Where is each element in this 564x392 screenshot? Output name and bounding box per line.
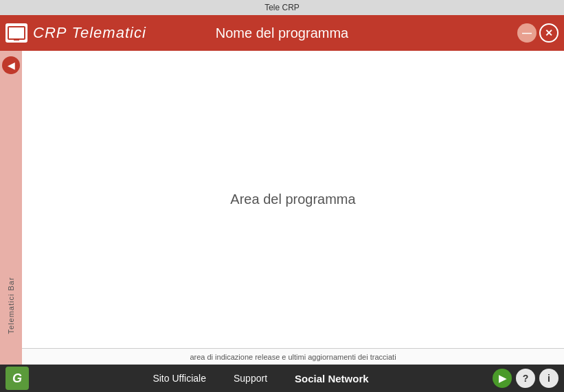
app-brand: CRP Telematici (33, 24, 146, 42)
brand-telematici: Telematici (72, 24, 146, 41)
footer: G Sito Ufficiale Support Social Network … (0, 365, 564, 392)
header: CRP Telematici Nome del programma — ✕ (0, 15, 564, 51)
app-window: CRP Telematici Nome del programma — ✕ ◀ … (0, 15, 564, 392)
info-button[interactable]: i (539, 369, 559, 388)
body-area: ◀ Telematici Bar Area del programma area… (0, 51, 564, 365)
minimize-button[interactable]: — (517, 23, 537, 43)
play-button[interactable]: ▶ (493, 369, 512, 388)
help-icon: ? (523, 373, 529, 384)
minimize-icon: — (522, 27, 532, 38)
status-bar: area di indicazione release e ultimi agg… (22, 348, 564, 365)
sidebar-label: Telematici Bar (7, 277, 15, 334)
header-controls: — ✕ (517, 23, 559, 43)
close-icon: ✕ (545, 27, 553, 38)
header-title: Nome del programma (216, 25, 348, 41)
footer-link-social[interactable]: Social Network (295, 373, 369, 384)
sidebar: ◀ Telematici Bar (0, 51, 22, 365)
footer-link-sito[interactable]: Sito Ufficiale (153, 373, 206, 384)
footer-links: Sito Ufficiale Support Social Network (29, 373, 493, 384)
main-content: Area del programma area di indicazione r… (22, 51, 564, 365)
footer-link-support[interactable]: Support (234, 373, 267, 384)
back-icon: ◀ (8, 60, 15, 71)
monitor-icon (5, 23, 27, 43)
back-button[interactable]: ◀ (2, 56, 20, 74)
header-logo-area: CRP Telematici (5, 23, 146, 43)
help-button[interactable]: ? (516, 369, 535, 388)
play-icon: ▶ (499, 373, 506, 384)
footer-actions: ▶ ? i (493, 369, 559, 388)
title-bar: Tele CRP (0, 0, 564, 15)
brand-crp: CRP (33, 24, 67, 41)
close-button[interactable]: ✕ (539, 23, 559, 43)
status-text: area di indicazione release e ultimi agg… (190, 353, 396, 361)
footer-logo: G (5, 367, 29, 390)
title-bar-label: Tele CRP (264, 3, 300, 12)
program-area-label: Area del programma (230, 192, 355, 207)
program-area: Area del programma (22, 51, 564, 348)
info-icon: i (548, 373, 550, 384)
